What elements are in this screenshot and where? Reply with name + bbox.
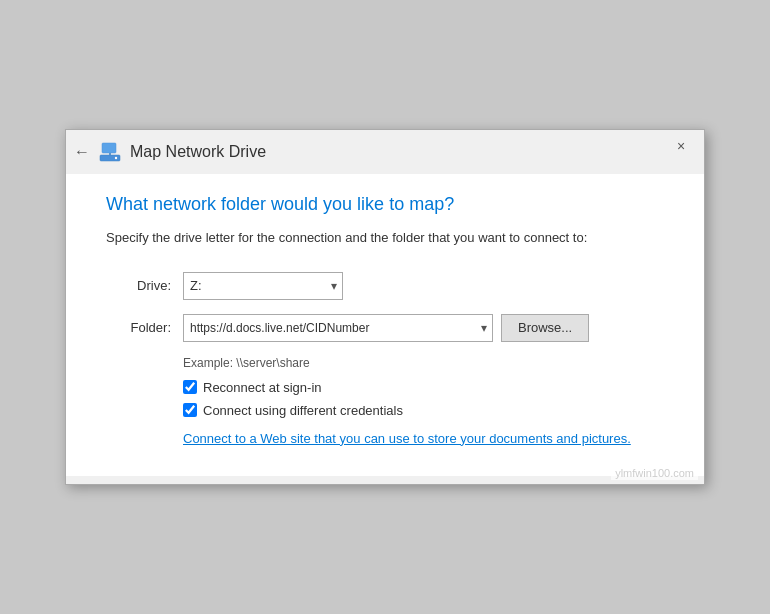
map-network-drive-window: ← Map Network Drive × What network folde… — [65, 129, 705, 484]
svg-point-3 — [115, 157, 117, 159]
window-title: Map Network Drive — [130, 143, 266, 161]
different-creds-row: Connect using different credentials — [183, 403, 664, 418]
folder-input-wrapper: https://d.docs.live.net/CIDNumber — [183, 314, 493, 342]
drive-select-wrapper: Z: Y: X: W: — [183, 272, 343, 300]
window-footer — [66, 476, 704, 484]
browse-button[interactable]: Browse... — [501, 314, 589, 342]
reconnect-label[interactable]: Reconnect at sign-in — [203, 380, 322, 395]
folder-select[interactable]: https://d.docs.live.net/CIDNumber — [183, 314, 493, 342]
reconnect-row: Reconnect at sign-in — [183, 380, 664, 395]
different-credentials-checkbox[interactable] — [183, 403, 197, 417]
main-question-heading: What network folder would you like to ma… — [106, 194, 664, 215]
title-bar-left: ← Map Network Drive — [74, 140, 266, 164]
drive-select[interactable]: Z: Y: X: W: — [183, 272, 343, 300]
drive-row: Drive: Z: Y: X: W: — [106, 272, 664, 300]
reconnect-checkbox[interactable] — [183, 380, 197, 394]
web-site-link[interactable]: Connect to a Web site that you can use t… — [183, 431, 631, 446]
network-drive-icon — [98, 140, 122, 164]
title-bar: ← Map Network Drive × — [66, 130, 704, 174]
web-site-link-row: Connect to a Web site that you can use t… — [183, 430, 664, 446]
folder-row: Folder: https://d.docs.live.net/CIDNumbe… — [106, 314, 664, 342]
back-button[interactable]: ← — [74, 143, 90, 161]
svg-rect-1 — [102, 143, 116, 153]
watermark: ylmfwin100.com — [611, 466, 698, 480]
example-text: Example: \\server\share — [183, 356, 664, 370]
folder-label: Folder: — [106, 320, 171, 335]
different-credentials-label[interactable]: Connect using different credentials — [203, 403, 403, 418]
close-button[interactable]: × — [658, 130, 704, 162]
drive-label: Drive: — [106, 278, 171, 293]
content-area: What network folder would you like to ma… — [66, 174, 704, 475]
description-text: Specify the drive letter for the connect… — [106, 229, 664, 247]
